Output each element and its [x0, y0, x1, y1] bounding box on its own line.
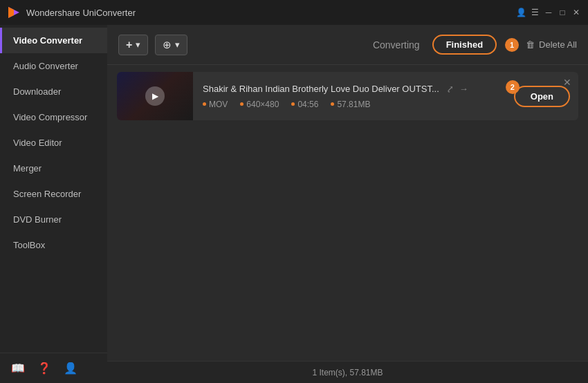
tab-converting[interactable]: Converting — [367, 35, 425, 55]
add-files-button[interactable]: + ▾ — [118, 35, 148, 55]
meta-dot-2 — [240, 102, 244, 106]
table-row: ✕ ▶ Shakir & Rihan Indian Brotherly Love… — [117, 72, 578, 120]
play-icon: ▶ — [145, 86, 165, 106]
sidebar-item-video-editor[interactable]: Video Editor — [0, 130, 107, 156]
toolbar-left: + ▾ ⊕ ▾ Converting Finished 1 — [118, 35, 519, 55]
toolbar-right: 🗑 Delete All — [526, 39, 577, 50]
maximize-button[interactable]: □ — [558, 8, 567, 17]
delete-all-button[interactable]: 🗑 Delete All — [526, 39, 577, 50]
forward-icon[interactable]: → — [459, 84, 468, 94]
app-logo-icon — [7, 6, 21, 19]
sidebar-item-screen-recorder[interactable]: Screen Recorder — [0, 181, 107, 207]
book-icon[interactable]: 📖 — [11, 362, 25, 375]
external-link-icon[interactable]: ⤤ — [446, 84, 454, 94]
content-area: + ▾ ⊕ ▾ Converting Finished 1 🗑 Delete A… — [107, 25, 588, 383]
finished-badge: 1 — [505, 38, 519, 52]
meta-dot-4 — [331, 102, 334, 106]
sidebar-footer: 📖 ❓ 👤 — [0, 353, 107, 383]
file-size: 57.81MB — [331, 100, 370, 109]
close-button[interactable]: ✕ — [571, 8, 581, 17]
file-resolution: 640×480 — [240, 100, 279, 109]
sidebar-menu: Video Converter Audio Converter Download… — [0, 25, 107, 353]
minimize-button[interactable]: ─ — [544, 8, 553, 17]
extra-dropdown-icon: ▾ — [175, 39, 180, 50]
account-icon[interactable]: 👤 — [516, 8, 526, 17]
trash-icon: 🗑 — [526, 39, 535, 50]
title-bar-left: Wondershare UniConverter — [7, 6, 136, 19]
file-duration: 04:56 — [291, 100, 318, 109]
main-layout: Video Converter Audio Converter Download… — [0, 25, 588, 383]
sidebar-item-audio-converter[interactable]: Audio Converter — [0, 53, 107, 79]
file-info: Shakir & Rihan Indian Brotherly Love Duo… — [203, 74, 504, 119]
open-button[interactable]: Open — [514, 86, 570, 107]
add-extra-button[interactable]: ⊕ ▾ — [155, 35, 187, 55]
meta-dot — [203, 102, 206, 106]
meta-dot-3 — [291, 102, 295, 106]
title-bar-controls: 👤 ☰ ─ □ ✕ — [516, 8, 581, 17]
app-title: Wondershare UniConverter — [26, 8, 136, 18]
toolbar: + ▾ ⊕ ▾ Converting Finished 1 🗑 Delete A… — [107, 25, 588, 65]
file-format: MOV — [203, 100, 228, 109]
sidebar-item-downloader[interactable]: Downloader — [0, 79, 107, 104]
status-text: 1 Item(s), 57.81MB — [312, 368, 383, 377]
file-badge: 2 — [506, 80, 520, 94]
sidebar-item-merger[interactable]: Merger — [0, 156, 107, 181]
file-name-row: Shakir & Rihan Indian Brotherly Love Duo… — [203, 84, 504, 94]
sidebar-item-dvd-burner[interactable]: DVD Burner — [0, 207, 107, 232]
menu-icon[interactable]: ☰ — [530, 8, 540, 17]
open-btn-wrapper: 2 Open — [514, 86, 570, 107]
title-bar: Wondershare UniConverter 👤 ☰ ─ □ ✕ — [0, 0, 588, 25]
sidebar-item-toolbox[interactable]: ToolBox — [0, 232, 107, 258]
status-bar: 1 Item(s), 57.81MB — [107, 361, 588, 383]
add-icon: + — [126, 39, 132, 51]
file-meta-row: MOV 640×480 04:56 57.81MB — [203, 100, 504, 109]
file-thumbnail: ▶ — [117, 72, 193, 120]
user-icon[interactable]: 👤 — [64, 362, 77, 375]
plus-circle-icon: ⊕ — [163, 39, 172, 51]
add-dropdown-icon: ▾ — [136, 39, 140, 50]
file-action-icons: ⤤ → — [446, 84, 468, 94]
file-name: Shakir & Rihan Indian Brotherly Love Duo… — [203, 84, 439, 94]
sidebar: Video Converter Audio Converter Download… — [0, 25, 107, 383]
help-icon[interactable]: ❓ — [37, 362, 51, 375]
tab-finished[interactable]: Finished — [432, 35, 497, 55]
sidebar-item-video-converter[interactable]: Video Converter — [0, 28, 107, 53]
sidebar-item-video-compressor[interactable]: Video Compressor — [0, 104, 107, 130]
file-list-area: ✕ ▶ Shakir & Rihan Indian Brotherly Love… — [107, 65, 588, 361]
